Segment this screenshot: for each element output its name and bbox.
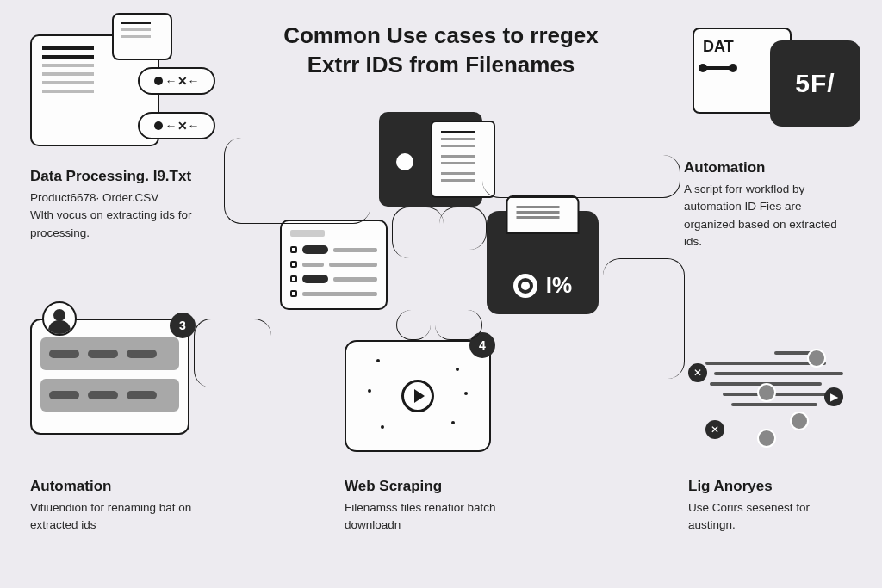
server-document-icon — [379, 112, 482, 207]
automation-top-heading: Automation — [684, 159, 852, 176]
user-queue-card-icon — [30, 319, 189, 435]
log-analysis-heading: Lig Anoryes — [688, 478, 852, 495]
connector-line — [482, 155, 680, 198]
automation-top-desc: A script forr workflod by automation ID … — [684, 181, 852, 251]
data-processing-desc: Wlth vocus on extracting ids for process… — [30, 207, 237, 242]
printer-label: I% — [546, 272, 572, 299]
code-text: 5F/ — [795, 69, 835, 98]
printer-icon: I% — [487, 211, 599, 314]
automation-bottom-desc: Vitiuendion for renaming bat on extracte… — [30, 499, 211, 535]
connector-line — [396, 310, 431, 340]
log-analysis-block: Lig Anoryes Use Corirs sesenest for aust… — [688, 478, 852, 535]
play-button-icon — [401, 380, 434, 412]
media-play-card-icon — [345, 340, 491, 452]
code-badge-icon: 5F/ — [770, 40, 860, 127]
automation-top-icon-group: DAT 5F/ — [693, 19, 860, 135]
log-analysis-desc: Use Corirs sesenest for austingn. — [688, 499, 852, 535]
tag-pill-icon: ←✕← — [138, 67, 215, 95]
data-processing-heading: Data Processing. I9.Txt — [30, 168, 237, 185]
title-line2: Extrr IDS from Filenames — [307, 52, 575, 77]
step-badge-4: 4 — [469, 332, 495, 358]
title-line1: Common Use cases to rregex — [283, 22, 599, 48]
connector-line — [603, 258, 685, 379]
automation-top-block: Automation A script forr workflod by aut… — [684, 159, 852, 251]
web-scraping-heading: Web Scraping — [345, 478, 525, 495]
web-scraping-desc: Filenamss files renatior batch downloadn — [345, 499, 525, 535]
data-processing-block: Data Processing. I9.Txt Product6678· Ord… — [30, 168, 237, 242]
connector-line — [392, 207, 444, 258]
document-card-small-icon — [112, 13, 172, 60]
step-badge-3: 3 — [170, 313, 196, 338]
connector-line — [194, 319, 271, 387]
avatar-icon — [42, 301, 77, 336]
automation-bottom-block: Automation Vitiuendion for renaming bat … — [30, 478, 211, 535]
automation-bottom-heading: Automation — [30, 478, 211, 495]
network-lines-icon: ✕ ▶ ✕ — [688, 344, 852, 448]
web-scraping-block: Web Scraping Filenamss files renatior ba… — [345, 478, 525, 535]
connector-line — [439, 207, 487, 250]
tag-pill-icon: ←✕← — [138, 112, 215, 139]
data-processing-sub: Product6678· Order.CSV — [30, 189, 237, 207]
connector-line — [224, 138, 370, 224]
diagram-title: Common Use cases to rregex Extrr IDS fro… — [226, 22, 656, 80]
checklist-card-icon — [280, 220, 388, 310]
dat-label: DAT — [703, 38, 734, 55]
